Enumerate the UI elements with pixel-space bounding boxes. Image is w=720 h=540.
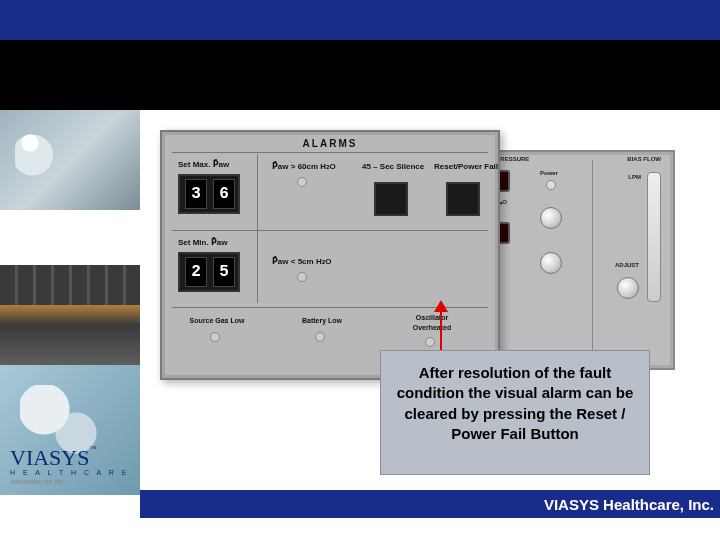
- source-gas-light: [210, 332, 220, 342]
- top-blue-band: [0, 0, 720, 40]
- thumb-min-digit-1[interactable]: 2: [185, 257, 207, 287]
- oscillator-light: [425, 337, 435, 347]
- callout-box: After resolution of the fault condition …: [380, 350, 650, 475]
- thumb-min-digit-2[interactable]: 5: [213, 257, 235, 287]
- battery-low-label: Battery Low: [287, 317, 357, 324]
- thumb-max-digit-1[interactable]: 3: [185, 179, 207, 209]
- lpm-label: LPM: [628, 174, 641, 180]
- knob-1[interactable]: [540, 207, 562, 229]
- adjust-label: ADJUST: [602, 262, 652, 268]
- logo-sub: H E A L T H C A R E: [10, 469, 140, 476]
- divider-vert: [257, 154, 258, 303]
- divider: [172, 230, 488, 231]
- left-image-column: [0, 110, 140, 440]
- silence-label: 45 – Sec Silence: [362, 162, 422, 171]
- paw-gt-label: P̄aw > 60cm H₂O: [272, 162, 336, 171]
- divider: [172, 152, 488, 153]
- logo-brand: VIASYS™: [10, 445, 140, 471]
- footer-text: VIASYS Healthcare, Inc.: [544, 496, 714, 513]
- reset-label: Reset/Power Fail: [434, 162, 494, 171]
- oscillator-label-2: Overheated: [397, 324, 467, 331]
- thumb-max-digit-2[interactable]: 6: [213, 179, 235, 209]
- logo-text: VIASYS: [10, 445, 89, 470]
- power-light: [546, 180, 556, 190]
- logo-tm: ™: [89, 445, 96, 453]
- set-max-label: Set Max. P̄aw: [178, 160, 229, 169]
- logo-area: VIASYS™ H E A L T H C A R E Innovation f…: [10, 445, 140, 500]
- alarms-panel: ALARMS Set Max. P̄aw 3 6 P̄aw > 60cm H₂O…: [160, 130, 500, 380]
- adjust-knob[interactable]: [617, 277, 639, 299]
- silence-button[interactable]: [374, 182, 408, 216]
- battery-low-light: [315, 332, 325, 342]
- black-title-band: [0, 40, 720, 110]
- reset-power-fail-button[interactable]: [446, 182, 480, 216]
- paw-lt-label: P̄aw < 5cm H₂O: [272, 257, 331, 266]
- callout-text: After resolution of the fault condition …: [397, 364, 634, 442]
- set-min-label: Set Min. P̄aw: [178, 238, 227, 247]
- bias-flow-label: BIAS FLOW: [627, 156, 661, 162]
- paw-lt-light: [297, 272, 307, 282]
- power-label: Power: [540, 170, 558, 176]
- panel-separator: [592, 160, 593, 360]
- red-arrow-indicator: [440, 310, 442, 350]
- thumbwheel-min[interactable]: 2 5: [178, 252, 240, 292]
- decorative-photo-surgeon: [0, 110, 140, 210]
- decorative-photo-sunset: [0, 265, 140, 365]
- paw-gt-light: [297, 177, 307, 187]
- thumbwheel-max[interactable]: 3 6: [178, 174, 240, 214]
- logo-tagline: Innovation for life: [10, 478, 140, 485]
- footer-bar: VIASYS Healthcare, Inc.: [140, 490, 720, 518]
- oscillator-label-1: Oscillator: [397, 314, 467, 321]
- alarms-title: ALARMS: [162, 138, 498, 149]
- knob-2[interactable]: [540, 252, 562, 274]
- source-gas-label: Source Gas Low: [182, 317, 252, 324]
- flow-tube: [647, 172, 661, 302]
